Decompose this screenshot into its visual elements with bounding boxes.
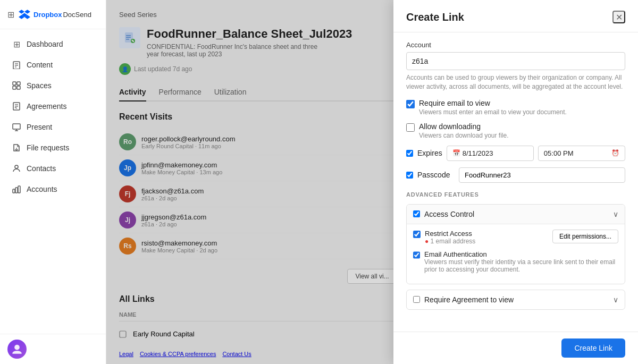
content-icon [12, 60, 21, 70]
allow-downloading-checkbox[interactable] [406, 123, 415, 132]
expires-date-input[interactable]: 📅 8/11/2023 [447, 146, 534, 161]
svg-rect-4 [13, 82, 16, 85]
link-name: Early Round Capital [133, 330, 195, 338]
expires-time-input[interactable]: 05:00 PM ⏰ [538, 146, 625, 161]
passcode-input[interactable] [459, 167, 625, 183]
require-email-checkbox[interactable] [406, 100, 415, 108]
sidebar-item-contacts[interactable]: Contacts [3, 158, 103, 179]
svg-point-21 [14, 345, 20, 350]
expires-checkbox-group: Expires [406, 149, 442, 157]
allow-downloading-label: Allow downloading [419, 122, 509, 131]
tab-performance[interactable]: Performance [159, 83, 202, 101]
access-control-header[interactable]: Access Control ∨ [407, 205, 625, 224]
require-email-label: Require email to view [419, 99, 567, 107]
create-link-button[interactable]: Create Link [561, 338, 625, 358]
access-control-checkbox[interactable] [413, 210, 420, 217]
user-dot: 👤 [119, 63, 131, 75]
account-label: Account [406, 41, 625, 49]
tab-utilization[interactable]: Utilization [214, 83, 247, 101]
avatar: Jj [119, 211, 136, 228]
require-email-row: Require email to view Viewers must enter… [406, 99, 625, 116]
access-control-body: Restrict Access ● 1 email address Edit p… [407, 224, 625, 284]
file-requests-icon [12, 143, 21, 153]
passcode-label: Passcode [417, 171, 455, 179]
cookies-link[interactable]: Cookies & CCPA preferences [140, 351, 216, 357]
require-agreement-checkbox[interactable] [413, 296, 420, 303]
allow-downloading-row: Allow downloading Viewers can download y… [406, 122, 625, 139]
svg-rect-11 [13, 124, 20, 129]
sidebar-item-agreements[interactable]: Agreements [3, 96, 103, 116]
sidebar-item-label: Content [27, 61, 53, 69]
email-auth-checkbox[interactable] [413, 251, 420, 259]
modal-body: Account Accounts can be used to group vi… [393, 32, 638, 332]
chevron-down-icon: ∨ [613, 210, 618, 218]
dropbox-icon [19, 9, 30, 20]
sidebar-item-label: Spaces [27, 81, 52, 90]
sidebar-item-label: Present [27, 123, 52, 131]
brand-logo: Dropbox DocSend [19, 9, 91, 20]
svg-rect-6 [13, 86, 16, 89]
sidebar: ⊞ Dropbox DocSend ⊞ Dashboard Content [0, 0, 106, 364]
sidebar-item-label: File requests [27, 143, 69, 152]
svg-text:✎: ✎ [131, 39, 135, 43]
brand-dropbox: Dropbox [33, 11, 62, 19]
contacts-icon [12, 164, 21, 173]
sidebar-item-label: Agreements [27, 102, 66, 111]
restrict-access-checkbox[interactable] [413, 231, 421, 238]
svg-rect-28 [120, 331, 126, 337]
doc-subtitle: CONFIDENTIAL: FoodRunner Inc's balance s… [147, 43, 328, 58]
svg-rect-7 [17, 86, 20, 89]
brand-docsend: DocSend [63, 11, 91, 19]
edit-permissions-button[interactable]: Edit permissions... [552, 230, 618, 243]
email-auth-row: Email Authentication Viewers must verify… [413, 250, 618, 273]
view-all-button[interactable]: View all vi... [347, 269, 397, 284]
avatar: Ro [119, 133, 136, 150]
passcode-row: Passcode [406, 167, 625, 183]
expires-checkbox[interactable] [406, 150, 413, 157]
sidebar-item-file-requests[interactable]: File requests [3, 138, 103, 158]
accounts-icon [12, 184, 21, 194]
close-button[interactable]: ✕ [612, 11, 625, 23]
dashboard-icon: ⊞ [12, 39, 21, 49]
require-agreement-label: Require Agreement to view [424, 295, 609, 304]
app-grid-icon[interactable]: ⊞ [7, 10, 14, 20]
advanced-features-header: ADVANCED FEATURES [406, 191, 625, 198]
restrict-access-sublabel: ● 1 email address [425, 238, 548, 245]
sidebar-item-present[interactable]: Present [3, 117, 103, 137]
sidebar-item-accounts[interactable]: Accounts [3, 179, 103, 199]
svg-rect-19 [15, 188, 18, 193]
create-link-modal: Create Link ✕ Account Accounts can be us… [393, 0, 638, 364]
sidebar-item-label: Contacts [27, 164, 56, 173]
avatar[interactable] [7, 340, 27, 359]
access-control-title: Access Control [424, 210, 609, 218]
agreements-icon [12, 101, 21, 111]
email-auth-sublabel: Viewers must verify their identity via a… [424, 258, 618, 273]
avatar: Jp [119, 159, 136, 176]
sidebar-header: ⊞ Dropbox DocSend [0, 0, 106, 29]
avatar: Rs [119, 238, 136, 255]
expires-label: Expires [417, 149, 442, 157]
account-input[interactable] [406, 52, 625, 70]
sidebar-item-dashboard[interactable]: ⊞ Dashboard [3, 34, 103, 54]
contact-link[interactable]: Contact Us [222, 351, 251, 357]
spaces-icon [12, 81, 21, 90]
avatar: Fj [119, 185, 136, 202]
svg-rect-25 [126, 39, 129, 40]
sidebar-item-content[interactable]: Content [3, 55, 103, 75]
account-hint: Accounts can be used to group viewers by… [406, 73, 625, 91]
require-agreement-row: Require Agreement to view ∨ [406, 290, 625, 310]
allow-downloading-hint: Viewers can download your file. [419, 132, 509, 139]
sidebar-item-spaces[interactable]: Spaces [3, 75, 103, 96]
passcode-checkbox[interactable] [406, 172, 413, 179]
chevron-down-icon: ∨ [613, 295, 618, 304]
svg-rect-23 [126, 35, 131, 36]
tab-activity[interactable]: Activity [119, 83, 146, 101]
svg-rect-24 [126, 37, 131, 38]
present-icon [12, 122, 21, 132]
svg-rect-5 [17, 82, 20, 85]
svg-rect-20 [18, 186, 20, 193]
legal-link[interactable]: Legal [119, 351, 133, 357]
restrict-access-label: Restrict Access [425, 230, 548, 238]
sidebar-nav: ⊞ Dashboard Content Spaces Agreements [0, 29, 106, 334]
expires-row: Expires 📅 8/11/2023 05:00 PM ⏰ [406, 146, 625, 161]
